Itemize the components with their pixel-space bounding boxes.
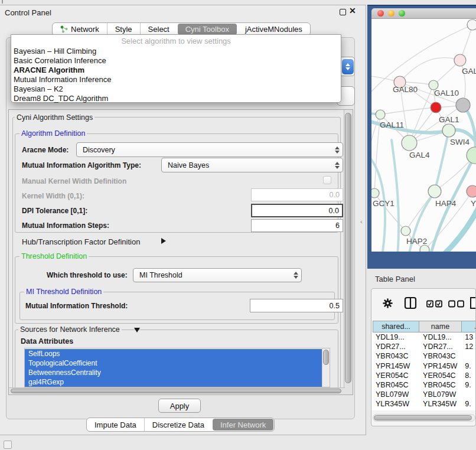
table-cell[interactable]: 9. <box>462 410 476 410</box>
network-canvas[interactable]: GALGAL80GAL10GAL1GAL11SWI4GAL4GCY1HAP4YH… <box>371 19 476 252</box>
select-all-checks-icon[interactable] <box>426 299 443 310</box>
table-cell[interactable]: YDL19... <box>373 333 420 341</box>
document-icon[interactable] <box>470 296 476 312</box>
table-cell[interactable]: 13 <box>462 333 476 341</box>
tab-cyni-toolbox[interactable]: Cyni Toolbox <box>178 24 237 35</box>
close-icon[interactable]: ✕ <box>349 6 356 15</box>
table-row[interactable]: YBR043CYBR043C <box>371 351 476 361</box>
table-cell[interactable]: YDL19... <box>420 333 462 341</box>
split-columns-icon[interactable] <box>404 296 417 312</box>
tab-network[interactable]: Network <box>53 23 107 35</box>
table-cell[interactable]: YIL052C <box>420 410 462 410</box>
table-cell[interactable]: 9. <box>462 362 476 370</box>
tab-discretize-data[interactable]: Discretize Data <box>144 418 212 431</box>
expand-arrow-icon[interactable] <box>161 238 166 244</box>
network-node[interactable] <box>454 54 466 66</box>
network-node[interactable] <box>376 110 385 119</box>
combo-stepper-blue[interactable] <box>342 59 354 74</box>
tab-jactivemnodules[interactable]: jActiveMNodules <box>237 23 310 35</box>
settings-vscrollbar-thumb[interactable] <box>345 113 351 383</box>
dpi-tolerance-field[interactable]: 0.0 <box>251 204 343 217</box>
network-node[interactable] <box>456 98 470 112</box>
network-edge[interactable] <box>380 107 436 115</box>
tab-style[interactable]: Style <box>107 23 140 35</box>
table-row[interactable]: YLR345WYLR345W9. <box>371 399 476 409</box>
table-row[interactable]: YER054CYER054C8. <box>371 371 476 380</box>
network-node[interactable] <box>420 245 429 252</box>
network-node[interactable] <box>371 188 379 198</box>
table-cell[interactable]: YBR045C <box>373 381 420 389</box>
network-window-titlebar[interactable] <box>371 8 476 19</box>
table-row[interactable]: YBL079WYBL079W <box>371 390 476 399</box>
algorithm-option[interactable]: Bayesian – K2 <box>11 84 341 94</box>
table-row[interactable]: YDL19...YDL19...13 <box>371 332 476 342</box>
list-scrollbar-thumb[interactable] <box>323 350 329 365</box>
splitpane-collapse-arrow[interactable]: ‹ <box>360 218 363 225</box>
algorithm-option[interactable]: Dream8 DC_TDC Algorithm <box>11 94 341 103</box>
table-cell[interactable]: YDR27... <box>373 343 420 351</box>
kernel-width-field[interactable]: 0.0 <box>251 188 343 201</box>
network-node[interactable] <box>467 19 476 30</box>
dock-panel-icon[interactable] <box>4 441 12 449</box>
tab-infer-network[interactable]: Infer Network <box>213 419 273 431</box>
attribute-list-item[interactable]: TopologicalCoefficient <box>25 358 322 368</box>
network-node[interactable] <box>442 124 455 137</box>
table-cell[interactable]: YER054C <box>420 371 462 380</box>
network-node[interactable] <box>467 147 476 164</box>
tab-impute-data[interactable]: Impute Data <box>87 418 144 431</box>
which-threshold-combo[interactable]: MI Threshold <box>133 268 302 282</box>
table-cell[interactable]: 8. <box>462 371 476 380</box>
settings-hscrollbar-thumb[interactable] <box>11 389 341 393</box>
table-cell[interactable]: YPR145W <box>420 362 462 370</box>
table-row[interactable]: YIL052CYIL052C9. <box>371 409 476 411</box>
table-cell[interactable]: YLR345W <box>373 400 420 408</box>
node-table-body[interactable]: YDL19...YDL19...13YDR27...YDR27...12YBR0… <box>371 332 476 410</box>
minimize-button[interactable] <box>388 10 395 17</box>
hub-definition-label[interactable]: Hub/Transcription Factor Definition <box>22 237 140 246</box>
mi-algorithm-type-combo[interactable]: Naive Bayes <box>161 158 343 172</box>
algorithm-option[interactable]: Mutual Information Inference <box>11 75 341 84</box>
attribute-list-item[interactable]: SelfLoops <box>25 349 322 358</box>
column-header-name[interactable]: name <box>419 321 462 332</box>
table-cell[interactable]: 9. <box>462 400 476 408</box>
column-header-shared-name[interactable]: shared... <box>373 321 419 332</box>
deselect-boxes-icon[interactable] <box>448 299 465 310</box>
table-row[interactable]: YPR145WYPR145W9. <box>371 361 476 371</box>
table-cell[interactable]: YBR043C <box>373 352 420 360</box>
attribute-list-item[interactable]: gal4RGexp <box>25 377 322 387</box>
table-cell[interactable]: YLR345W <box>420 400 462 408</box>
table-cell[interactable]: 12 <box>462 343 476 351</box>
gear-icon[interactable] <box>382 298 393 311</box>
network-node[interactable] <box>428 185 441 198</box>
aracne-mode-combo[interactable]: Discovery <box>76 142 343 157</box>
zoom-button[interactable] <box>399 10 405 17</box>
network-node[interactable] <box>402 135 417 151</box>
data-attributes-listbox[interactable]: SelfLoopsTopologicalCoefficientBetweenne… <box>24 348 330 387</box>
tab-select[interactable]: Select <box>140 23 177 35</box>
table-cell[interactable]: YBR043C <box>420 352 462 360</box>
table-cell[interactable]: YER054C <box>373 371 420 380</box>
collapse-arrow-icon[interactable] <box>134 328 140 332</box>
mi-threshold-field[interactable]: 0.5 <box>250 299 343 312</box>
table-cell[interactable]: YBR045C <box>420 381 462 389</box>
float-icon[interactable] <box>340 9 346 15</box>
table-cell[interactable]: YBL079W <box>420 390 462 399</box>
apply-button[interactable]: Apply <box>158 399 201 413</box>
attribute-list-item[interactable]: BetweennessCentrality <box>25 368 322 377</box>
table-cell[interactable]: YPR145W <box>373 362 420 370</box>
close-button[interactable] <box>377 10 384 17</box>
table-row[interactable]: YBR045CYBR045C9. <box>371 380 476 390</box>
mi-steps-field[interactable]: 6 <box>251 219 343 232</box>
manual-kernel-width-checkbox[interactable] <box>323 176 331 184</box>
table-hscrollbar-thumb[interactable] <box>374 415 472 420</box>
table-cell[interactable]: YDR27... <box>420 343 462 351</box>
network-node[interactable] <box>467 185 476 197</box>
table-cell[interactable]: YBL079W <box>373 390 420 399</box>
network-node[interactable] <box>401 226 410 236</box>
network-edge[interactable] <box>400 58 460 82</box>
table-row[interactable]: YDR27...YDR27...12 <box>371 342 476 351</box>
column-header-partial[interactable]: A <box>462 321 476 332</box>
network-edge[interactable] <box>392 140 399 252</box>
table-cell[interactable]: 9. <box>462 381 476 389</box>
network-node[interactable] <box>431 102 441 113</box>
